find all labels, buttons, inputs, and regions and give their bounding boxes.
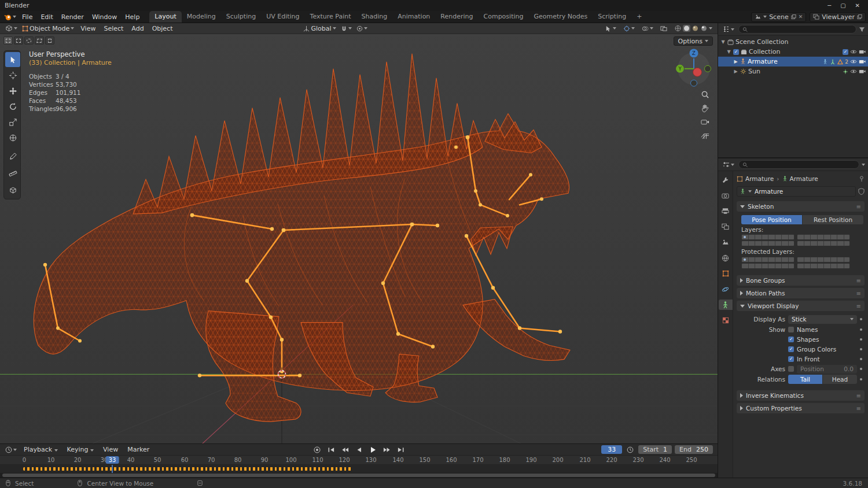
- menu-object[interactable]: Object: [149, 24, 176, 33]
- modifier-triangle-icon[interactable]: [837, 59, 843, 65]
- gizmos-toggle[interactable]: [621, 25, 637, 32]
- zoom-view-button[interactable]: [699, 88, 711, 100]
- display-as-dropdown[interactable]: Stick: [788, 315, 857, 324]
- new-viewlayer-icon[interactable]: [857, 14, 862, 20]
- menu-add[interactable]: Add: [128, 24, 147, 33]
- armature-datablock-field[interactable]: Armature: [737, 186, 856, 197]
- wolf-wireframe-mesh[interactable]: [34, 54, 570, 422]
- xray-toggle[interactable]: [659, 25, 669, 32]
- menu-marker[interactable]: Marker: [123, 445, 153, 454]
- menu-timeline-view[interactable]: View: [99, 445, 122, 454]
- animate-dot[interactable]: [860, 358, 862, 360]
- eye-icon[interactable]: [850, 49, 857, 54]
- new-scene-icon[interactable]: [791, 14, 796, 20]
- menu-keying[interactable]: Keying: [63, 445, 98, 454]
- camera-render-icon[interactable]: [859, 49, 866, 54]
- breadcrumb-data[interactable]: Armature: [790, 175, 818, 182]
- timeline-editor-type-button[interactable]: [3, 446, 19, 453]
- menu-select[interactable]: Select: [100, 24, 127, 33]
- panel-inverse-kinematics-header[interactable]: Inverse Kinematics ≡: [737, 390, 865, 401]
- select-mode-icon-3[interactable]: [24, 36, 34, 45]
- snapping-toggle[interactable]: [339, 25, 354, 32]
- outliner-search[interactable]: [738, 25, 856, 34]
- properties-editor-type-button[interactable]: [721, 161, 736, 168]
- tab-rendering[interactable]: Rendering: [435, 11, 478, 23]
- sun-data-icon[interactable]: [843, 69, 848, 75]
- tab-tool[interactable]: [719, 175, 733, 185]
- blender-logo-menu[interactable]: [2, 13, 18, 21]
- scrollbar-thumb[interactable]: [2, 474, 715, 477]
- axes-position-slider[interactable]: Position 0.0: [797, 365, 857, 374]
- panel-skeleton-header[interactable]: Skeleton ≡: [737, 201, 865, 212]
- tab-physics[interactable]: [719, 284, 733, 294]
- next-keyframe-button[interactable]: [381, 446, 392, 454]
- in-front-checkbox[interactable]: [788, 356, 794, 362]
- viewport-canvas[interactable]: Z Y: [0, 34, 718, 443]
- tab-object[interactable]: [719, 268, 733, 279]
- scale-tool[interactable]: [5, 114, 20, 130]
- armature-layers-grid[interactable]: [741, 234, 863, 246]
- playhead-frame-label[interactable]: 33: [106, 456, 119, 464]
- close-button[interactable]: ✕: [855, 2, 860, 9]
- transform-orientation-selector[interactable]: Global: [301, 25, 337, 32]
- jump-to-start-button[interactable]: [326, 446, 336, 454]
- tab-modeling[interactable]: Modeling: [182, 11, 221, 23]
- animate-dot[interactable]: [860, 368, 862, 370]
- tab-animation[interactable]: Animation: [392, 11, 435, 23]
- viewlayer-selector[interactable]: ViewLayer: [810, 12, 866, 22]
- add-primitive-tool[interactable]: [5, 183, 20, 198]
- tab-texture[interactable]: [719, 315, 733, 326]
- outliner-editor-type-button[interactable]: [721, 26, 736, 32]
- start-frame-field[interactable]: Start1: [638, 445, 672, 454]
- proportional-editing-toggle[interactable]: [355, 25, 369, 32]
- overlays-toggle[interactable]: [640, 25, 655, 32]
- rest-position-button[interactable]: Rest Position: [803, 215, 863, 224]
- tab-view-layer[interactable]: [719, 221, 733, 232]
- names-checkbox[interactable]: [788, 327, 794, 332]
- panel-motion-paths-header[interactable]: Motion Paths ≡: [737, 288, 865, 298]
- axes-checkbox[interactable]: [788, 366, 794, 372]
- auto-keying-button[interactable]: [312, 446, 322, 454]
- outliner-row-collection[interactable]: ▼ Collection: [718, 47, 868, 57]
- outliner-filter-button[interactable]: [859, 27, 865, 32]
- options-button[interactable]: Options: [674, 36, 713, 46]
- collapse-icon[interactable]: ▼: [720, 39, 726, 45]
- animate-dot[interactable]: [860, 348, 862, 350]
- toggle-ortho-button[interactable]: [699, 130, 711, 141]
- outliner-row-sun[interactable]: ▶ Sun: [718, 66, 868, 76]
- gizmo-neg-z-axis[interactable]: [691, 80, 697, 86]
- editor-type-button[interactable]: [3, 25, 19, 32]
- animate-dot[interactable]: [860, 318, 862, 320]
- viewport-3d[interactable]: Z Y: [0, 34, 718, 443]
- menu-render[interactable]: Render: [57, 12, 88, 22]
- menu-file[interactable]: File: [18, 12, 36, 22]
- playhead-line[interactable]: [112, 465, 113, 473]
- scene-selector[interactable]: Scene ✕: [751, 12, 806, 22]
- menu-playback[interactable]: Playback: [20, 445, 62, 454]
- properties-search-input[interactable]: [750, 161, 855, 168]
- gizmo-neg-y-axis[interactable]: [705, 65, 711, 72]
- gizmo-x-axis[interactable]: [693, 68, 702, 76]
- tail-button[interactable]: Tail: [788, 375, 822, 384]
- jump-to-end-button[interactable]: [395, 446, 406, 454]
- group-colors-checkbox[interactable]: [788, 346, 794, 352]
- rotate-tool[interactable]: [5, 99, 20, 114]
- exclude-checkbox[interactable]: [843, 49, 848, 55]
- eye-icon[interactable]: [850, 69, 857, 74]
- timeline-scrollbar[interactable]: [0, 473, 718, 478]
- select-visibility-toggle[interactable]: [603, 25, 618, 32]
- armature-data-icon[interactable]: [830, 59, 836, 65]
- unlink-scene-icon[interactable]: ✕: [799, 14, 803, 20]
- tab-uv-editing[interactable]: UV Editing: [261, 11, 304, 23]
- outliner-row-armature[interactable]: ▶ Armature 2: [718, 57, 868, 66]
- prev-keyframe-button[interactable]: [340, 446, 350, 454]
- menu-window[interactable]: Window: [88, 12, 121, 22]
- move-tool[interactable]: [5, 83, 20, 98]
- tab-texture-paint[interactable]: Texture Paint: [305, 11, 356, 23]
- nav-gizmo[interactable]: Z Y: [676, 49, 711, 86]
- tab-shading[interactable]: Shading: [356, 11, 393, 23]
- timeline-ruler[interactable]: 0 10 20 30 40 50 60 70 80 90 100 110 120…: [0, 456, 718, 465]
- panel-bone-groups-header[interactable]: Bone Groups ≡: [737, 275, 865, 286]
- play-button[interactable]: [367, 446, 378, 454]
- properties-search[interactable]: [738, 160, 859, 169]
